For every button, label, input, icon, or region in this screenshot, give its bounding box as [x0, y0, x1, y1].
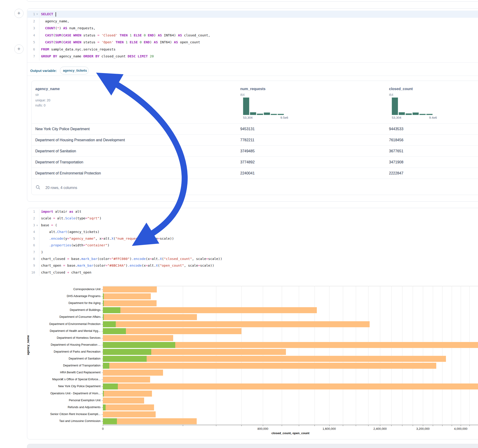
line-number: 7: [27, 53, 35, 60]
gutter-separator: [39, 209, 39, 276]
cell-agency-name: Department of Housing Preservation and D…: [35, 135, 125, 145]
histogram-bar: [419, 114, 426, 115]
line-number: 5: [27, 235, 35, 242]
line-number: 1: [27, 11, 35, 18]
code-line-1[interactable]: 1vSELECT: [27, 11, 478, 18]
line-number: 2: [27, 215, 35, 222]
column-header-closed_count: closed_count: [389, 87, 413, 91]
line-number: 4: [27, 32, 35, 39]
column-type: str: [35, 93, 39, 97]
code-line-2[interactable]: 2 agency_name,: [27, 18, 478, 25]
code-line-2[interactable]: 2scale = alt.Scale(type="sqrt"): [27, 215, 478, 222]
code-text: SELECT: [39, 11, 56, 18]
code-text: import altair as alt: [39, 208, 82, 215]
code-text: CAST(SUM(CASE WHEN status = 'Closed' THE…: [39, 32, 210, 39]
code-text: agency_name,: [39, 18, 69, 25]
code-line-7[interactable]: 7GROUP BY agency_name ORDER BY closed_co…: [27, 53, 478, 60]
code-text: chart_open = base.mark_bar(color="#8BC34…: [39, 262, 214, 269]
output-variable-value: agency_tickets: [63, 69, 87, 72]
column-histogram: [243, 97, 284, 115]
output-variable-pill[interactable]: agency_tickets: [60, 67, 88, 75]
column-stat: nulls: 0: [35, 104, 45, 107]
search-icon[interactable]: [36, 185, 40, 190]
code-text: GROUP BY agency_name ORDER BY closed_cou…: [39, 53, 154, 60]
table-row[interactable]: Department of Housing Preservation and D…: [31, 134, 478, 146]
code-line-10[interactable]: 10chart_closed + chart_open: [27, 269, 478, 276]
cell-num-requests: 2240041: [240, 168, 255, 179]
table-footer-text: 20 rows, 4 columns: [45, 186, 77, 190]
divider: [27, 62, 478, 63]
histogram-max-label: 9.5e6: [280, 116, 288, 119]
code-line-5[interactable]: 5 CAST(SUM(CASE WHEN status = 'Open' THE…: [27, 39, 478, 46]
code-text: CAST(SUM(CASE WHEN status = 'Open' THEN …: [39, 39, 200, 46]
code-line-4[interactable]: 4 CAST(SUM(CASE WHEN status = 'Closed' T…: [27, 32, 478, 39]
code-line-9[interactable]: 9chart_open = base.mark_bar(color="#8BC3…: [27, 262, 478, 269]
table-row[interactable]: New York City Police Department945313194…: [31, 123, 478, 135]
previous-cell-edge: [26, 0, 478, 2]
cell-closed-count: 2222847: [389, 168, 403, 179]
code-line-1[interactable]: 1import altair as alt: [27, 208, 478, 215]
cell-num-requests: 3749485: [240, 146, 255, 156]
fold-caret-icon[interactable]: v: [35, 11, 39, 18]
cell-agency-name: Department of Transportation: [35, 157, 83, 168]
cell-num-requests: 7782211: [240, 135, 254, 145]
line-number: 4: [27, 229, 35, 235]
histogram-bar: [278, 114, 284, 115]
line-number: 5: [27, 39, 35, 46]
table-row[interactable]: Department of Transportation377489234719…: [31, 156, 478, 168]
code-text: COUNT(*) AS num_requests,: [39, 25, 95, 32]
cell-closed-count: 9443533: [389, 124, 403, 134]
histogram-bar: [250, 112, 256, 115]
sql-code-editor[interactable]: 1vSELECT 2 agency_name,3 COUNT(*) AS num…: [27, 11, 478, 60]
code-text: alt.Chart(agency_tickets): [39, 229, 99, 235]
code-line-3[interactable]: 3 COUNT(*) AS num_requests,: [27, 25, 478, 32]
table-row[interactable]: Department of Sanitation37494853677651: [31, 145, 478, 157]
line-number: 7: [27, 249, 35, 255]
line-number: 9: [27, 262, 35, 269]
cell-closed-count: 3677651: [389, 146, 403, 156]
notebook-page: + + 1vSELECT 2 agency_name,3 COUNT(*) AS…: [0, 0, 478, 448]
code-text: chart_closed = base.mark_bar(color="#FFC…: [39, 255, 222, 262]
result-table: agency_namestrunique: 20nulls: 0num_requ…: [31, 81, 478, 195]
code-text: .properties(width="container"): [39, 242, 110, 249]
column-stat: unique: 20: [35, 98, 50, 102]
line-number: 6: [27, 46, 35, 53]
line-number: 8: [27, 255, 35, 262]
column-header-agency_name: agency_name: [35, 87, 60, 91]
table-footer: 20 rows, 4 columns: [31, 179, 478, 195]
line-number: 2: [27, 18, 35, 25]
code-line-3[interactable]: 3vbase = (: [27, 222, 478, 229]
table-row[interactable]: Department of Environmental Protection22…: [31, 168, 478, 179]
fold-caret-icon[interactable]: v: [35, 222, 39, 229]
add-cell-button-top[interactable]: +: [14, 9, 24, 18]
python-code-editor[interactable]: 1import altair as alt2scale = alt.Scale(…: [27, 208, 478, 276]
output-variable-label: Output variable:: [30, 69, 57, 73]
python-cell-card: 1import altair as alt2scale = alt.Scale(…: [27, 208, 478, 440]
cell-num-requests: 3774892: [240, 157, 255, 168]
cell-num-requests: 9453131: [240, 124, 255, 134]
code-line-8[interactable]: 8chart_closed = base.mark_bar(color="#FF…: [27, 255, 478, 262]
cell-agency-name: Department of Environmental Protection: [35, 168, 101, 179]
code-line-7[interactable]: 7): [27, 249, 478, 255]
histogram-bar: [257, 114, 263, 115]
histogram-bar: [399, 112, 405, 115]
add-cell-button-middle[interactable]: +: [14, 44, 24, 54]
code-line-6[interactable]: 6 .properties(width="container"): [27, 242, 478, 249]
code-line-4[interactable]: 4 alt.Chart(agency_tickets): [27, 229, 478, 235]
code-line-5[interactable]: 5 .encode(y="agency_name", x=alt.X("num_…: [27, 235, 478, 242]
histogram-bar: [406, 113, 412, 115]
column-histogram: [392, 97, 433, 115]
code-text: chart_closed + chart_open: [39, 269, 91, 276]
line-number: 6: [27, 242, 35, 249]
code-text: scale = alt.Scale(type="sqrt"): [39, 215, 101, 222]
sql-cell-card: 1vSELECT 2 agency_name,3 COUNT(*) AS num…: [27, 8, 478, 202]
histogram-bar: [392, 98, 398, 115]
code-text: base = (: [39, 222, 57, 229]
cell-agency-name: Department of Sanitation: [35, 146, 76, 156]
text-cursor: [56, 12, 56, 17]
histogram-min-label: 53,304: [243, 116, 252, 119]
histogram-max-label: 9.4e6: [429, 116, 437, 119]
cell-closed-count: 3471908: [389, 157, 403, 168]
histogram-min-label: 53,304: [392, 116, 401, 119]
code-line-6[interactable]: 6FROM sample_data.nyc.service_requests: [27, 46, 478, 53]
